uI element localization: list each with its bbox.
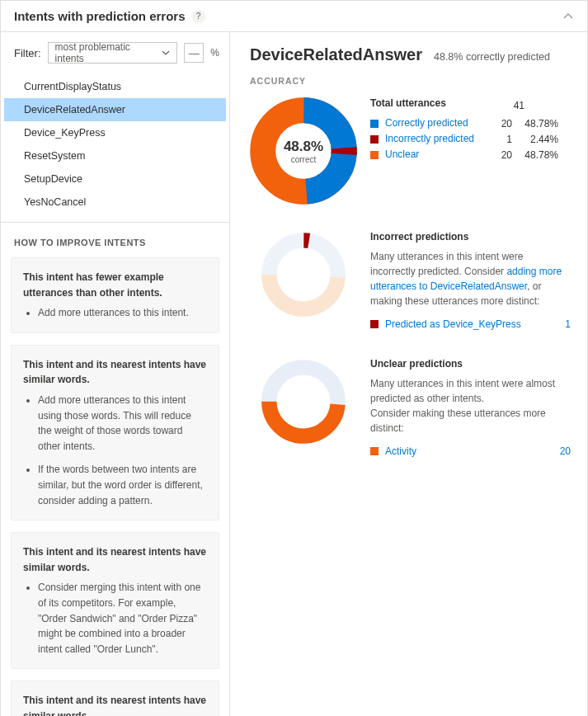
right-column: DeviceRelatedAnswer 48.8% correctly pred… bbox=[230, 32, 587, 716]
unclear-detail: Unclear predictions Many utterances in t… bbox=[370, 356, 571, 459]
tip-lead: This intent and its nearest intents have… bbox=[23, 357, 207, 388]
tip-bullet: If the words between two intents are sim… bbox=[38, 462, 207, 508]
intents-panel: Intents with prediction errors ? Filter:… bbox=[0, 0, 588, 716]
panel-title: Intents with prediction errors bbox=[14, 9, 186, 23]
tip-bullet: Add more utterances to this intent using… bbox=[38, 393, 207, 454]
prediction-link[interactable]: Predicted as Device_KeyPress bbox=[385, 317, 546, 332]
intent-item[interactable]: DeviceRelatedAnswer bbox=[4, 98, 226, 121]
donut-center-value: 48.8% bbox=[284, 139, 323, 155]
legend-row: Unclear 20 48.78% bbox=[370, 148, 571, 161]
tip-lead: This intent and its nearest intents have… bbox=[23, 693, 207, 716]
legend-pct: 48.78% bbox=[512, 118, 558, 130]
legend-value: 1 bbox=[484, 134, 512, 145]
prediction-value: 20 bbox=[546, 444, 571, 459]
accuracy-donut-chart: 48.8% correct bbox=[250, 97, 357, 205]
legend-pct: 48.78% bbox=[512, 149, 558, 161]
help-icon[interactable]: ? bbox=[192, 10, 205, 23]
legend-total-label: Total utterances bbox=[370, 97, 496, 109]
tip-card: This intent has fewer example utterances… bbox=[11, 257, 219, 333]
chevron-down-icon bbox=[162, 49, 170, 57]
unclear-donut-chart bbox=[258, 356, 349, 447]
unclear-text: Many utterances in this intent were almo… bbox=[370, 376, 571, 436]
intent-item[interactable]: YesNoCancel bbox=[4, 191, 226, 214]
legend-link-unclear[interactable]: Unclear bbox=[385, 148, 484, 161]
filter-label: Filter: bbox=[14, 47, 41, 59]
swatch-blue bbox=[370, 120, 379, 128]
prediction-link[interactable]: Activity bbox=[385, 444, 546, 459]
improve-heading: HOW TO IMPROVE INTENTS bbox=[1, 222, 229, 257]
swatch-red bbox=[370, 320, 379, 328]
legend-pct: 2.44% bbox=[512, 134, 558, 145]
tip-card: This intent and its nearest intents have… bbox=[11, 681, 219, 716]
unclear-heading: Unclear predictions bbox=[370, 356, 571, 371]
tip-lead: This intent has fewer example utterances… bbox=[23, 270, 207, 300]
filter-row: Filter: most problematic intents — % bbox=[1, 42, 229, 72]
prediction-row: Predicted as Device_KeyPress 1 bbox=[370, 317, 571, 332]
accuracy-label: ACCURACY bbox=[250, 76, 571, 86]
swatch-orange bbox=[370, 151, 379, 159]
legend-row: Incorrectly predicted 1 2.44% bbox=[370, 133, 571, 145]
filter-decrement-button[interactable]: — bbox=[184, 43, 204, 63]
legend-link-incorrect[interactable]: Incorrectly predicted bbox=[385, 133, 484, 145]
swatch-red bbox=[370, 135, 379, 144]
legend-value: 20 bbox=[484, 149, 512, 161]
incorrect-detail: Incorrect predictions Many utterances in… bbox=[370, 229, 571, 332]
intent-item[interactable]: Device_KeyPress bbox=[4, 121, 226, 144]
prediction-value: 1 bbox=[546, 317, 571, 332]
left-column: Filter: most problematic intents — % Cur… bbox=[1, 32, 230, 716]
intent-list: CurrentDisplayStatus DeviceRelatedAnswer… bbox=[1, 72, 229, 222]
tip-lead: This intent and its nearest intents have… bbox=[23, 544, 207, 575]
intent-detail-subtitle: 48.8% correctly predicted bbox=[434, 51, 550, 63]
incorrect-text-a: Many utterances in this intent were inco… bbox=[370, 251, 523, 277]
legend-row: Correctly predicted 20 48.78% bbox=[370, 117, 571, 130]
filter-dropdown[interactable]: most problematic intents bbox=[48, 42, 178, 64]
donut-center-label: correct bbox=[291, 155, 317, 164]
panel-header: Intents with prediction errors ? bbox=[1, 1, 587, 32]
incorrect-donut-chart bbox=[258, 229, 349, 320]
tip-card: This intent and its nearest intents have… bbox=[11, 345, 219, 521]
filter-selected: most problematic intents bbox=[55, 41, 162, 64]
prediction-row: Activity 20 bbox=[370, 444, 571, 459]
legend-total-value: 41 bbox=[496, 100, 524, 111]
legend-link-correct[interactable]: Correctly predicted bbox=[385, 117, 484, 130]
intent-detail-title: DeviceRelatedAnswer bbox=[250, 45, 422, 64]
intent-item[interactable]: CurrentDisplayStatus bbox=[4, 75, 226, 98]
percent-label: % bbox=[210, 47, 219, 59]
intent-item[interactable]: SetupDevice bbox=[4, 167, 226, 191]
legend-value: 20 bbox=[484, 118, 512, 130]
tip-card: This intent and its nearest intents have… bbox=[11, 532, 219, 669]
intent-item[interactable]: ResetSystem bbox=[4, 144, 226, 167]
swatch-orange bbox=[370, 447, 379, 455]
tip-bullet: Consider merging this intent with one of… bbox=[38, 580, 207, 657]
accuracy-legend: Total utterances 41 Correctly predicted … bbox=[370, 97, 571, 164]
tip-bullet: Add more utterances to this intent. bbox=[38, 305, 207, 321]
collapse-icon[interactable] bbox=[562, 11, 574, 22]
incorrect-heading: Incorrect predictions bbox=[370, 229, 571, 244]
